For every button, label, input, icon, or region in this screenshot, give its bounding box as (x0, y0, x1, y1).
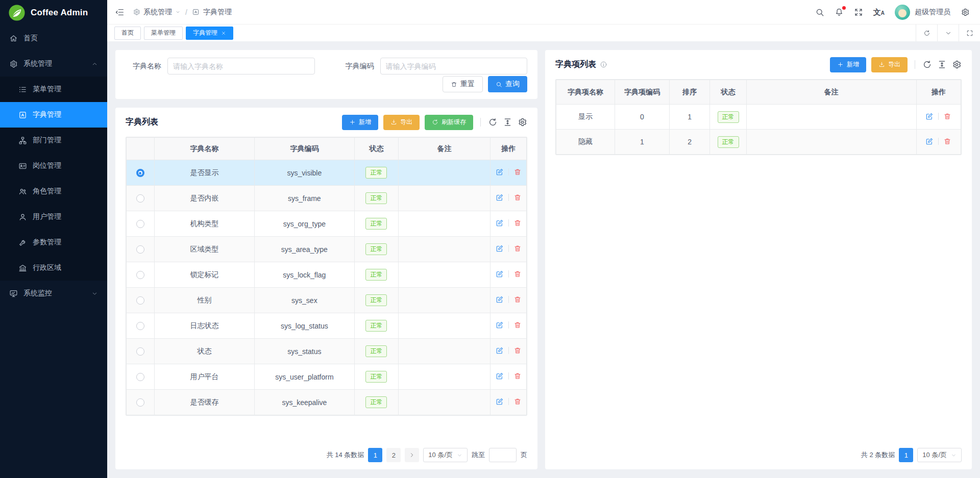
ops-divider (508, 347, 509, 354)
row-radio[interactable] (136, 373, 144, 381)
edit-icon[interactable] (496, 321, 504, 329)
row-radio[interactable] (136, 347, 144, 356)
search-icon[interactable] (815, 8, 824, 17)
collapse-sidebar-icon[interactable] (115, 8, 125, 17)
table-row[interactable]: 性别sys_sex正常 (127, 288, 527, 313)
refresh-table-icon[interactable] (922, 60, 932, 69)
breadcrumb-root[interactable]: 系统管理 (133, 8, 181, 17)
status-badge: 正常 (365, 269, 387, 281)
close-tab-icon[interactable] (221, 31, 226, 36)
info-icon[interactable] (600, 61, 607, 68)
cell-item-sort: 2 (670, 130, 710, 155)
sidebar-item-dict-mgmt[interactable]: 字典管理 (0, 102, 107, 128)
refresh-page-icon[interactable] (916, 24, 937, 41)
sidebar-item-param-mgmt[interactable]: 参数管理 (0, 230, 107, 255)
edit-icon[interactable] (496, 295, 504, 304)
reset-button[interactable]: 重置 (443, 76, 483, 92)
row-radio[interactable] (136, 398, 144, 407)
table-row[interactable]: 隐藏12正常 (556, 130, 961, 155)
row-density-icon[interactable] (503, 117, 512, 127)
delete-icon[interactable] (513, 270, 522, 278)
row-radio[interactable] (136, 245, 144, 254)
delete-icon[interactable] (513, 219, 522, 227)
page-button-1[interactable]: 1 (899, 448, 913, 462)
settings-gear-icon[interactable] (961, 8, 970, 17)
sidebar-item-user-mgmt[interactable]: 用户管理 (0, 204, 107, 230)
tab-menu-mgmt[interactable]: 菜单管理 (144, 27, 183, 40)
row-radio[interactable] (136, 220, 144, 228)
delete-icon[interactable] (943, 137, 951, 145)
sidebar-item-post-mgmt[interactable]: 岗位管理 (0, 153, 107, 179)
sidebar-item-admin-region[interactable]: 行政区域 (0, 255, 107, 281)
sidebar-item-menu-mgmt[interactable]: 菜单管理 (0, 77, 107, 102)
delete-icon[interactable] (513, 244, 522, 253)
row-density-icon[interactable] (937, 60, 947, 69)
edit-icon[interactable] (496, 219, 504, 227)
next-page-button[interactable] (405, 448, 419, 462)
table-row[interactable]: 是否显示sys_visible正常 (127, 160, 527, 186)
edit-icon[interactable] (496, 168, 504, 176)
notification-bell-icon[interactable] (835, 8, 844, 17)
dict-name-input[interactable] (167, 58, 315, 74)
delete-icon[interactable] (513, 397, 522, 406)
page-size-select[interactable]: 10 条/页 (423, 448, 468, 462)
sidebar-group-monitor[interactable]: 系统监控 (0, 281, 107, 306)
table-row[interactable]: 日志状态sys_log_status正常 (127, 313, 527, 339)
export-dict-button[interactable]: 导出 (383, 115, 420, 130)
table-row[interactable]: 锁定标记sys_lock_flag正常 (127, 262, 527, 288)
edit-icon[interactable] (496, 270, 504, 278)
fullscreen-icon[interactable] (854, 8, 863, 17)
table-row[interactable]: 显示01正常 (556, 105, 961, 130)
table-row[interactable]: 用户平台sys_user_platform正常 (127, 364, 527, 390)
table-row[interactable]: 是否内嵌sys_frame正常 (127, 186, 527, 211)
table-settings-gear-icon[interactable] (952, 60, 962, 69)
delete-icon[interactable] (513, 168, 522, 176)
row-radio[interactable] (136, 271, 144, 279)
row-radio[interactable] (136, 322, 144, 330)
tab-dict-mgmt[interactable]: 字典管理 (186, 27, 233, 40)
maximize-content-icon[interactable] (959, 24, 980, 41)
sidebar-item-home[interactable]: 首页 (0, 26, 107, 51)
tab-home[interactable]: 首页 (114, 27, 141, 40)
table-row[interactable]: 区域类型sys_area_type正常 (127, 237, 527, 262)
add-item-button[interactable]: 新增 (830, 57, 866, 72)
row-radio[interactable] (136, 194, 144, 203)
dict-code-input[interactable] (380, 58, 528, 74)
query-button[interactable]: 查询 (488, 76, 527, 92)
delete-icon[interactable] (513, 295, 522, 304)
delete-icon[interactable] (513, 321, 522, 329)
table-settings-gear-icon[interactable] (518, 117, 527, 127)
edit-icon[interactable] (496, 397, 504, 406)
add-dict-button[interactable]: 新增 (342, 115, 378, 130)
sidebar-item-dept-mgmt[interactable]: 部门管理 (0, 128, 107, 153)
edit-icon[interactable] (925, 137, 934, 145)
sidebar-item-role-mgmt[interactable]: 角色管理 (0, 179, 107, 204)
refresh-cache-button[interactable]: 刷新缓存 (425, 115, 473, 130)
edit-icon[interactable] (496, 346, 504, 355)
tab-options-chevron-icon[interactable] (937, 24, 959, 41)
sidebar-group-system[interactable]: 系统管理 (0, 51, 107, 77)
delete-icon[interactable] (943, 112, 951, 120)
jump-page-input[interactable] (489, 448, 517, 462)
edit-icon[interactable] (496, 193, 504, 202)
table-row[interactable]: 状态sys_status正常 (127, 339, 527, 364)
refresh-table-icon[interactable] (488, 117, 498, 127)
edit-icon[interactable] (496, 244, 504, 253)
table-row[interactable]: 是否缓存sys_keepalive正常 (127, 390, 527, 415)
language-switch-icon[interactable]: 文A (873, 8, 885, 16)
delete-icon[interactable] (513, 193, 522, 202)
edit-icon[interactable] (925, 112, 934, 120)
row-radio[interactable] (136, 169, 144, 177)
table-row[interactable]: 机构类型sys_org_type正常 (127, 211, 527, 237)
page-size-select[interactable]: 10 条/页 (917, 448, 962, 462)
user-menu[interactable]: 超级管理员 (895, 5, 950, 20)
row-radio[interactable] (136, 296, 144, 305)
page-button-1[interactable]: 1 (368, 448, 382, 462)
export-item-button[interactable]: 导出 (871, 57, 908, 72)
page-button-2[interactable]: 2 (386, 448, 401, 462)
cell-dict-code: sys_area_type (254, 237, 354, 262)
radio-cell (127, 160, 155, 186)
edit-icon[interactable] (496, 372, 504, 380)
delete-icon[interactable] (513, 372, 522, 380)
delete-icon[interactable] (513, 346, 522, 355)
